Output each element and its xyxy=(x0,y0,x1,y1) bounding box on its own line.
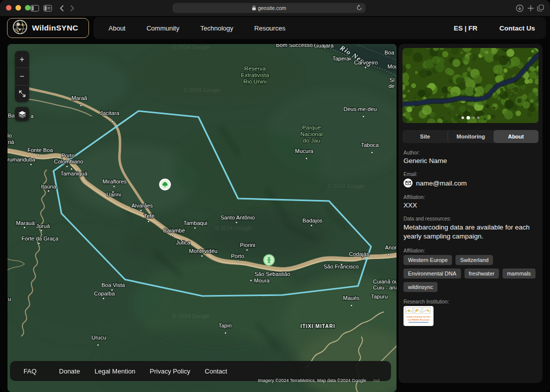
contact-us-link[interactable]: Contact Us xyxy=(500,24,535,32)
nav-link-resources[interactable]: Resources xyxy=(254,24,286,32)
map-label: Guajará xyxy=(314,44,334,48)
town-dot xyxy=(102,298,104,300)
map-label: Rio Unini xyxy=(244,78,267,84)
town-dot xyxy=(371,152,373,154)
map-label: Mou xyxy=(388,64,396,70)
carousel-dot-2[interactable] xyxy=(466,116,470,120)
map-label: Alvarães xyxy=(132,202,153,208)
town-dot xyxy=(140,210,142,212)
footer-link-legal-mention[interactable]: Legal Mention xyxy=(94,368,136,375)
email-value: name@mail.com xyxy=(416,180,466,187)
town-dot xyxy=(38,154,40,156)
map-label: Juruá xyxy=(36,223,50,229)
page-content: Bom SuccessoGuajaráRio NegroBoaTaperaCar… xyxy=(0,40,550,392)
footer-link-contact[interactable]: Contact xyxy=(205,368,228,375)
tree-marker[interactable] xyxy=(160,180,170,190)
tab-site[interactable]: Site xyxy=(402,130,448,143)
map-label: Santo Antônio xyxy=(220,214,255,220)
carousel-dot-4[interactable] xyxy=(477,116,480,119)
downloads-icon[interactable] xyxy=(514,3,525,13)
forward-icon[interactable] xyxy=(66,3,78,13)
footer-link-faq[interactable]: FAQ xyxy=(24,368,36,375)
tag-wildinsync: wildinsync xyxy=(404,282,438,292)
map-watermark: © 2024 Google xyxy=(172,44,210,50)
research-institution-logo[interactable]: Leibniz Institute for Zoo and Wildlife R… xyxy=(404,306,434,326)
map-watermark: © 2024 Google xyxy=(172,313,210,319)
nav-link-about[interactable]: About xyxy=(108,24,126,32)
forest-aerial-image xyxy=(402,48,538,123)
sidebar-toggle-icon[interactable] xyxy=(29,3,40,13)
map-label: Tapera xyxy=(332,56,350,62)
map-label: Montevidéu xyxy=(189,248,218,254)
tab-about[interactable]: About xyxy=(494,130,538,143)
dna-marker[interactable] xyxy=(264,255,274,266)
carousel-dot-1[interactable] xyxy=(462,116,464,119)
map-label: rumanduba xyxy=(8,156,36,162)
town-dot xyxy=(70,168,72,170)
map-label: Extrativista xyxy=(241,72,270,78)
tab-monitoring[interactable]: Monitoring xyxy=(448,130,493,143)
town-dot xyxy=(112,191,114,193)
tab-overview-icon[interactable] xyxy=(535,3,546,13)
brand-name: WildinSYNC xyxy=(32,24,78,32)
tag-freshwater: freshwater xyxy=(464,268,499,278)
url-text: geosite.com xyxy=(258,5,286,11)
site-info-panel: SiteMonitoringAbout Author: Generic Name… xyxy=(398,44,542,383)
map-label: Anor xyxy=(385,244,396,250)
map-label: Boa Vista xyxy=(102,282,126,288)
carousel-dots xyxy=(402,116,538,120)
map-canvas[interactable]: Bom SuccessoGuajaráRio NegroBoaTaperaCar… xyxy=(8,44,396,392)
map-label: Tapuru xyxy=(371,294,388,300)
reload-icon[interactable] xyxy=(356,4,362,12)
brand-logo[interactable]: WildinSYNC xyxy=(7,18,89,38)
back-icon[interactable] xyxy=(56,3,67,13)
globe-icon xyxy=(12,20,28,36)
town-dot xyxy=(340,264,342,266)
reader-panel-icon[interactable] xyxy=(42,3,53,13)
map-label: a xyxy=(30,113,34,119)
map-label: Moura xyxy=(254,278,270,284)
footer-link-donate[interactable]: Donate xyxy=(59,368,80,375)
nav-links: AboutCommunityTechnologyResources xyxy=(108,24,286,32)
zoom-in-button[interactable]: + xyxy=(15,51,29,68)
map-attribution: Imagery ©2024 TerraMetrics, Map data ©20… xyxy=(258,378,380,383)
town-dot xyxy=(172,234,174,236)
svg-text:Leibniz Institute for Zoo: Leibniz Institute for Zoo xyxy=(406,316,430,318)
map-label: Parque xyxy=(302,124,320,130)
nav-link-technology[interactable]: Technology xyxy=(200,24,234,32)
map-label: u xyxy=(8,296,11,302)
address-bar[interactable]: geosite.com xyxy=(172,3,366,13)
map-label: Maraã xyxy=(72,95,88,101)
map-label: ITIXI MITARI xyxy=(300,324,336,329)
town-dot xyxy=(236,222,238,224)
language-switcher[interactable]: ES | FR xyxy=(454,24,477,32)
affiliation-label: Affiliation: xyxy=(404,194,538,200)
map-label: Tambaqui xyxy=(184,220,208,226)
map-label: Tapiri xyxy=(218,322,232,328)
map-label: Carvoeiro xyxy=(354,60,378,66)
footer-link-privacy-policy[interactable]: Privacy Policy xyxy=(150,368,190,375)
main-nav: AboutCommunityTechnologyResources ES | F… xyxy=(94,17,546,39)
new-tab-icon[interactable] xyxy=(525,3,536,13)
data-resources-text: Metabarcoding data are available for eac… xyxy=(404,223,538,241)
carousel-dot-3[interactable] xyxy=(472,116,475,119)
window-controls xyxy=(6,5,30,10)
town-dot xyxy=(66,166,68,168)
browser-window: geosite.com xyxy=(0,0,550,392)
map-layers-button[interactable] xyxy=(15,107,29,121)
map-label: Piorini xyxy=(240,242,256,248)
tag-switzerland: Switzerland xyxy=(456,255,493,265)
zoom-out-button[interactable]: − xyxy=(15,68,29,84)
map-label: Boa xyxy=(384,50,394,56)
map-label: Jutica xyxy=(176,240,191,246)
nav-link-community[interactable]: Community xyxy=(146,24,180,32)
map-label: Nacional xyxy=(300,131,323,137)
minimize-window-button[interactable] xyxy=(16,5,21,10)
close-window-button[interactable] xyxy=(6,5,12,10)
svg-text:and Wildlife Research: and Wildlife Research xyxy=(408,318,430,321)
map-label: São Sebastião xyxy=(254,271,290,277)
map-label: Badajos xyxy=(302,218,322,224)
fullscreen-button[interactable] xyxy=(15,85,29,102)
town-dot xyxy=(388,254,390,256)
town-dot xyxy=(306,158,308,160)
